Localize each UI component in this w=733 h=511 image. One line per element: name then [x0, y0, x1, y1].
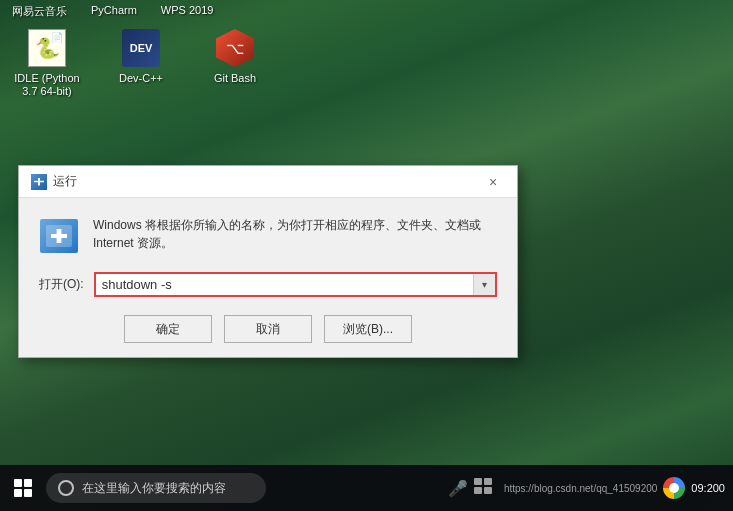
microphone-icon[interactable]: 🎤 — [448, 479, 468, 498]
taskbar-right-area: 🎤 https://blog.csdn.net/qq_41509200 09:2… — [448, 465, 733, 511]
search-icon — [58, 480, 74, 496]
dialog-titlebar: 运行 × — [19, 166, 517, 198]
idle-icon-image: 📄 🐍 — [27, 28, 67, 68]
gitbash-icon-image: ⌥ — [215, 28, 255, 68]
run-dialog-icon — [39, 216, 79, 256]
desktop-icon-devcpp[interactable]: DEV Dev-C++ — [104, 28, 178, 98]
chrome-icon[interactable] — [663, 477, 685, 499]
dialog-browse-button[interactable]: 浏览(B)... — [324, 315, 412, 343]
taskbar-time: 09:200 — [691, 482, 725, 494]
taskbar-url-text: https://blog.csdn.net/qq_41509200 — [504, 483, 657, 494]
dialog-input-row: 打开(O): ▾ — [39, 272, 497, 297]
desktop-icon-idle[interactable]: 📄 🐍 IDLE (Python 3.7 64-bit) — [10, 28, 84, 98]
top-app-pycharm: PyCharm — [79, 0, 149, 24]
dialog-dropdown-button[interactable]: ▾ — [473, 274, 495, 295]
dialog-input-wrapper: ▾ — [94, 272, 497, 297]
windows-logo-icon — [14, 479, 32, 497]
run-dialog: 运行 × Windows 将根据你所输入的名称，为你打开相应的程序、文件 — [18, 165, 518, 358]
run-small-icon — [34, 178, 44, 186]
dialog-body: Windows 将根据你所输入的名称，为你打开相应的程序、文件夹、文档或 Int… — [19, 198, 517, 357]
desktop-icons-area: 📄 🐍 IDLE (Python 3.7 64-bit) DEV Dev-C++… — [10, 28, 272, 98]
search-placeholder-text: 在这里输入你要搜索的内容 — [82, 480, 226, 497]
dialog-cancel-button[interactable]: 取消 — [224, 315, 312, 343]
top-app-labels: 网易云音乐 PyCharm WPS 2019 — [0, 0, 733, 24]
desktop: 网易云音乐 PyCharm WPS 2019 📄 🐍 IDLE (Python … — [0, 0, 733, 511]
dialog-ok-button[interactable]: 确定 — [124, 315, 212, 343]
dialog-command-input[interactable] — [96, 274, 473, 295]
gitbash-icon-label: Git Bash — [214, 72, 256, 85]
dialog-close-button[interactable]: × — [481, 170, 505, 194]
dialog-description: Windows 将根据你所输入的名称，为你打开相应的程序、文件夹、文档或 Int… — [93, 216, 497, 252]
dialog-title-icon — [31, 174, 47, 190]
dialog-buttons-area: 确定 取消 浏览(B)... — [39, 315, 497, 343]
taskbar-search-bar[interactable]: 在这里输入你要搜索的内容 — [46, 473, 266, 503]
top-app-wps: WPS 2019 — [149, 0, 226, 24]
dialog-title-text: 运行 — [53, 173, 77, 190]
dialog-header: Windows 将根据你所输入的名称，为你打开相应的程序、文件夹、文档或 Int… — [39, 216, 497, 256]
dialog-title-area: 运行 — [31, 173, 77, 190]
task-view-icon[interactable] — [474, 478, 498, 498]
run-icon-cross — [51, 229, 67, 243]
devcpp-icon-image: DEV — [121, 28, 161, 68]
desktop-icon-gitbash[interactable]: ⌥ Git Bash — [198, 28, 272, 98]
devcpp-icon-label: Dev-C++ — [119, 72, 163, 85]
top-app-netease: 网易云音乐 — [0, 0, 79, 24]
idle-icon-label: IDLE (Python 3.7 64-bit) — [10, 72, 84, 98]
taskbar: 在这里输入你要搜索的内容 🎤 https://blog.csdn.net/qq_… — [0, 465, 733, 511]
dialog-input-label: 打开(O): — [39, 276, 84, 293]
start-button[interactable] — [0, 465, 46, 511]
